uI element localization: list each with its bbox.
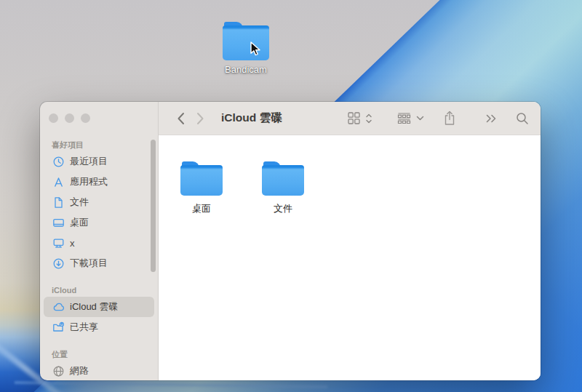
sidebar-item-desktop[interactable]: 桌面 xyxy=(44,212,154,233)
display-icon xyxy=(52,237,65,249)
view-sort-button[interactable] xyxy=(365,113,372,124)
sidebar-item-shared[interactable]: 已共享 xyxy=(44,317,154,337)
sidebar-item-label: 桌面 xyxy=(70,216,89,229)
traffic-lights xyxy=(49,113,90,123)
group-chevron-button[interactable] xyxy=(416,116,424,121)
finder-window: 喜好項目 最近項目 應用程式 文件 xyxy=(40,102,541,380)
section-header: 位置 xyxy=(40,348,158,361)
sidebar-item-documents[interactable]: 文件 xyxy=(44,192,154,212)
search-icon xyxy=(516,112,529,125)
clock-icon xyxy=(52,156,65,168)
sidebar-scrollbar[interactable] xyxy=(151,140,156,272)
sidebar-item-icloud-drive[interactable]: iCloud 雲碟 xyxy=(44,297,154,317)
zoom-button[interactable] xyxy=(81,113,90,123)
minimize-button[interactable] xyxy=(65,113,74,123)
sidebar-item-label: 已共享 xyxy=(70,321,98,334)
section-header: iCloud xyxy=(40,284,158,297)
sidebar-item-applications[interactable]: 應用程式 xyxy=(44,172,154,192)
desktop: Bandicam 喜好項目 最近項目 xyxy=(0,0,582,392)
desktop-icon xyxy=(52,217,65,229)
folder-label: 桌面 xyxy=(180,202,223,215)
section-header: 喜好項目 xyxy=(40,138,158,151)
sidebar: 喜好項目 最近項目 應用程式 文件 xyxy=(40,102,159,380)
document-icon xyxy=(52,196,65,209)
more-toolbar-items-button[interactable] xyxy=(485,113,497,124)
sidebar-item-network[interactable]: 網路 xyxy=(44,361,154,380)
forward-button[interactable] xyxy=(196,111,205,126)
group-view-button[interactable] xyxy=(397,113,411,124)
folder-label: 文件 xyxy=(262,202,304,215)
chevron-up-down-icon xyxy=(365,113,372,124)
share-button[interactable] xyxy=(443,111,456,126)
desktop-folder-bandicam[interactable]: Bandicam xyxy=(220,22,271,75)
search-button[interactable] xyxy=(516,112,529,125)
sidebar-item-x[interactable]: x xyxy=(44,233,154,253)
back-button[interactable] xyxy=(176,111,186,126)
folder-icon xyxy=(180,161,223,196)
desktop-folder-label: Bandicam xyxy=(220,64,271,75)
group-view-icon xyxy=(397,113,411,124)
toolbar-actions xyxy=(348,111,529,126)
folder-item-desktop[interactable]: 桌面 xyxy=(180,161,223,215)
folder-item-documents[interactable]: 文件 xyxy=(262,161,304,215)
applications-icon xyxy=(52,176,65,188)
sidebar-item-label: 下載項目 xyxy=(70,257,108,270)
close-button[interactable] xyxy=(49,113,58,123)
grid-view-button[interactable] xyxy=(348,112,360,124)
globe-icon xyxy=(52,365,65,377)
sidebar-section-icloud: iCloud iCloud 雲碟 已共享 xyxy=(40,284,158,337)
sidebar-item-label: 應用程式 xyxy=(70,175,108,188)
toolbar: iCloud 雲碟 xyxy=(159,102,541,135)
sidebar-item-label: iCloud 雲碟 xyxy=(70,300,118,313)
double-chevron-right-icon xyxy=(485,113,497,124)
window-main: iCloud 雲碟 xyxy=(159,102,541,380)
chevron-down-icon xyxy=(416,116,424,121)
chevron-right-icon xyxy=(196,111,205,126)
grid-view-icon xyxy=(348,112,360,124)
sidebar-section-locations: 位置 網路 xyxy=(40,348,158,380)
sidebar-item-label: 網路 xyxy=(70,364,89,377)
window-title: iCloud 雲碟 xyxy=(221,111,282,126)
downloads-icon xyxy=(52,257,65,270)
sidebar-item-recents[interactable]: 最近項目 xyxy=(44,151,154,172)
chevron-left-icon xyxy=(176,111,186,126)
sidebar-item-label: 文件 xyxy=(70,196,89,209)
folder-icon xyxy=(262,161,304,196)
mouse-cursor xyxy=(250,41,261,60)
sidebar-item-downloads[interactable]: 下載項目 xyxy=(44,253,154,273)
file-browser-content: 桌面 文件 xyxy=(159,135,541,380)
sidebar-section-favorites: 喜好項目 最近項目 應用程式 文件 xyxy=(40,138,158,273)
shared-folder-icon xyxy=(52,321,65,334)
cloud-icon xyxy=(52,301,65,313)
sidebar-item-label: 最近項目 xyxy=(70,155,108,168)
sidebar-item-label: x xyxy=(70,238,75,249)
folder-icon xyxy=(223,22,269,60)
share-icon xyxy=(443,111,456,126)
